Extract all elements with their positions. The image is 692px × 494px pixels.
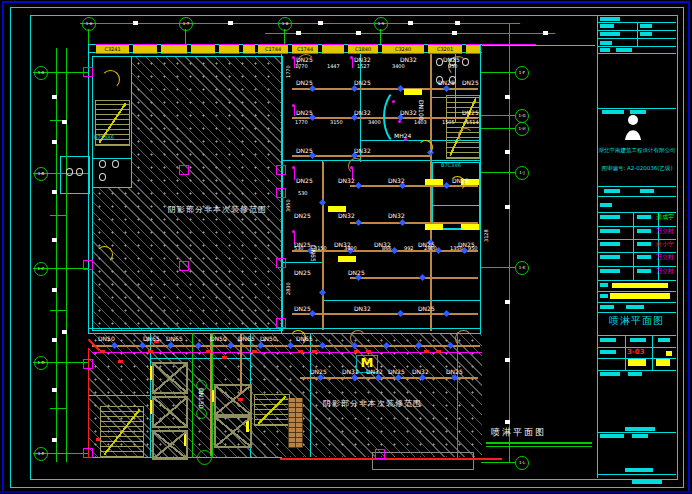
company-name: 湖北中南建筑工程设计有限公司 — [598, 147, 676, 154]
door-arc-yellow — [96, 246, 113, 263]
wc-block-topleft — [92, 158, 132, 188]
shade-note-upper: 阴影部分非本次装修范围 — [168, 204, 267, 215]
door-arc — [455, 330, 472, 347]
shade-note-lower: 阴影部分非本次装修范围 — [323, 398, 422, 409]
door-arc — [350, 330, 366, 346]
outer-border-bottom — [0, 491, 692, 493]
curved-wall-arc — [383, 87, 421, 147]
door-arc-yellow — [290, 330, 306, 346]
logo-icon — [622, 112, 644, 142]
room-box-midright — [432, 162, 480, 230]
elevator-4 — [214, 384, 252, 416]
stair-core-b — [254, 394, 290, 426]
door-arc — [348, 158, 364, 174]
elevator-5 — [214, 416, 252, 448]
door-arc-yellow — [418, 140, 433, 155]
door-arc — [458, 128, 473, 143]
stair-top-right — [446, 95, 480, 159]
m-logo: M — [356, 355, 378, 373]
door-arc-yellow — [450, 176, 465, 191]
stair-core-a — [100, 406, 144, 458]
drawing-number: 3-03 — [627, 348, 645, 356]
door-arc — [448, 56, 468, 76]
elevator-1 — [152, 362, 188, 394]
titleblock-drawing-title: 喷淋平面图 — [597, 314, 676, 328]
entrance-vestibule — [372, 452, 474, 470]
drawing-view-title: 喷淋平面图 — [491, 426, 546, 439]
elevator-3 — [152, 430, 188, 460]
elevator-2 — [152, 396, 188, 428]
company-logo — [622, 112, 644, 146]
review-number: 图审编号: A2-020036(乙级) — [598, 165, 676, 172]
stair-top-left — [95, 100, 130, 146]
shaft-brick — [288, 398, 303, 448]
service-block-left — [60, 156, 90, 194]
door-arc — [297, 54, 315, 72]
door-arc-yellow — [101, 70, 120, 89]
cad-drawing-canvas[interactable]: C3241C1744C1744C1840C3240C3201 M DN25DN3… — [0, 0, 692, 494]
